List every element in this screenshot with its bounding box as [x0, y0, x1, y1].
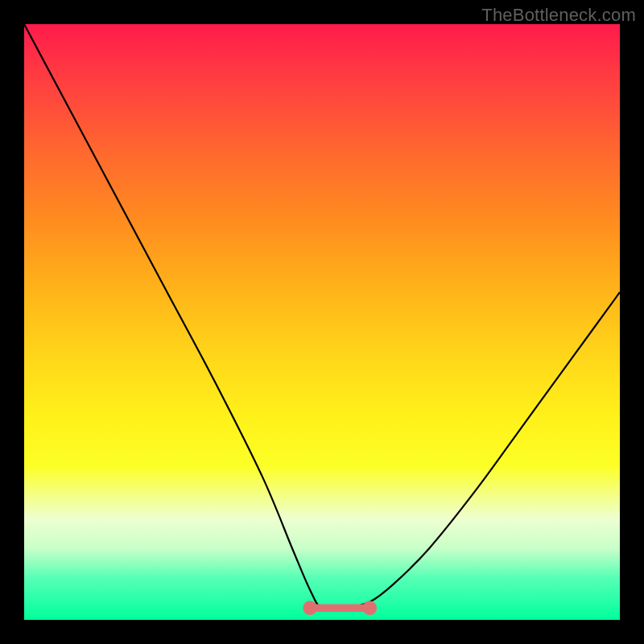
watermark-text: TheBottleneck.com [481, 5, 636, 26]
optimal-range-start-marker [303, 601, 317, 615]
bottleneck-curve [24, 24, 620, 609]
optimal-range-end-marker [362, 601, 377, 615]
chart-svg [24, 24, 620, 620]
chart-frame: TheBottleneck.com [0, 0, 644, 644]
chart-plot-area [24, 24, 620, 620]
